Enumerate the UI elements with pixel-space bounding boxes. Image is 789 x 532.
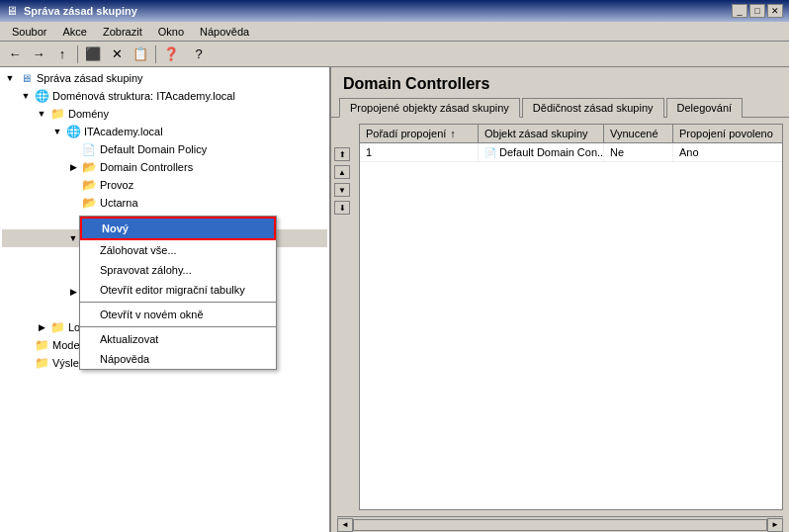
tree-item-domain-structure[interactable]: ▼ 🌐 Doménová struktura: ITAcademy.local xyxy=(2,87,327,105)
link-enabled-value: Ano xyxy=(679,146,699,158)
move-top-button[interactable]: ⬆ xyxy=(334,147,350,161)
label-provoz: Provoz xyxy=(100,179,133,191)
tree-item-provoz[interactable]: ▶ 📂 Provoz xyxy=(2,176,327,194)
expander-lokality[interactable]: ▶ xyxy=(34,319,49,335)
context-menu-item-open-new-window[interactable]: Otevřít v novém okně xyxy=(80,305,276,324)
move-down-button[interactable]: ▼ xyxy=(334,183,350,197)
panel-title: Domain Controllers xyxy=(331,67,789,97)
move-bottom-button[interactable]: ⬇ xyxy=(334,201,350,215)
label-root: Správa zásad skupiny xyxy=(37,72,143,84)
label-domain-controllers: Domain Controllers xyxy=(100,161,193,173)
tree-item-root[interactable]: ▼ 🖥 Správa zásad skupiny xyxy=(2,69,327,87)
context-menu-item-new[interactable]: Nový xyxy=(80,217,276,240)
move-up-button[interactable]: ▲ xyxy=(334,165,350,179)
expander-root[interactable]: ▼ xyxy=(2,70,18,86)
window-title: Správa zásad skupiny xyxy=(24,5,137,17)
context-menu-open-window-label: Otevřít v novém okně xyxy=(100,309,204,320)
help2-button[interactable]: ? xyxy=(184,44,214,65)
label-domain-structure: Doménová struktura: ITAcademy.local xyxy=(52,90,235,102)
header-gpo[interactable]: Objekt zásad skupiny xyxy=(479,125,604,142)
window-controls: _ □ ✕ xyxy=(732,4,783,18)
close-button[interactable]: ✕ xyxy=(767,4,783,18)
expander-ddp: ▶ xyxy=(65,141,81,157)
header-order[interactable]: Pořadí propojení ↑ xyxy=(360,125,479,142)
scroll-right-button[interactable]: ► xyxy=(767,518,783,532)
icon-default-domain-policy: 📄 xyxy=(81,141,97,157)
context-menu-refresh-label: Aktualizovat xyxy=(100,333,158,345)
title-bar: 🖥 Správa zásad skupiny _ □ ✕ xyxy=(0,0,789,22)
context-menu-migration-label: Otevřít editor migrační tabulky xyxy=(100,284,245,296)
menu-help[interactable]: Nápověda xyxy=(192,24,257,40)
context-menu-backup-all-label: Zálohovat vše... xyxy=(100,244,177,256)
table-body: 1 📄 Default Domain Con... Ne Ano xyxy=(360,143,782,509)
icon-uctarna: 📂 xyxy=(81,195,97,211)
tree-item-default-domain-policy[interactable]: ▶ 📄 Default Domain Policy xyxy=(2,140,327,158)
expander-domeny[interactable]: ▼ xyxy=(34,106,49,122)
tabs-bar: Propojené objekty zásad skupiny Dědičnos… xyxy=(331,97,789,118)
expander-vysledky: ▶ xyxy=(18,355,34,371)
menu-window[interactable]: Okno xyxy=(150,24,192,40)
tree-item-domeny[interactable]: ▼ 📁 Domény xyxy=(2,105,327,123)
gpo-icon: 📄 xyxy=(484,147,496,158)
gpo-value: Default Domain Con... xyxy=(499,146,604,158)
expander-itacademy[interactable]: ▼ xyxy=(49,124,65,139)
up-button[interactable]: ↑ xyxy=(51,44,73,65)
context-menu-separator-1 xyxy=(80,302,276,303)
tab-content: ⬆ ▲ ▼ ⬇ Pořadí propojení ↑ Objekt zásad … xyxy=(331,118,789,532)
tab-inheritance[interactable]: Dědičnost zásad skupiny xyxy=(522,98,664,118)
tree-item-uctarna[interactable]: ▶ 📂 Uctarna xyxy=(2,194,327,212)
header-forced[interactable]: Vynucené xyxy=(604,125,673,142)
horizontal-scrollbar-area: ◄ ► xyxy=(337,516,783,532)
context-menu: Nový Zálohovat vše... Spravovat zálohy..… xyxy=(79,216,277,370)
back-button[interactable]: ← xyxy=(4,44,26,65)
context-menu-item-refresh[interactable]: Aktualizovat xyxy=(80,329,276,349)
context-menu-item-manage-backups[interactable]: Spravovat zálohy... xyxy=(80,260,276,280)
header-gpo-label: Objekt zásad skupiny xyxy=(484,128,588,139)
horizontal-scrollbar[interactable] xyxy=(353,519,767,531)
label-uctarna: Uctarna xyxy=(100,197,138,209)
context-menu-help-label: Nápověda xyxy=(100,353,149,365)
context-menu-manage-backups-label: Spravovat zálohy... xyxy=(100,264,192,276)
help-button[interactable]: ❓ xyxy=(160,44,182,65)
cell-forced: Ne xyxy=(604,143,673,161)
icon-domeny: 📁 xyxy=(49,106,65,122)
icon-root: 🖥 xyxy=(18,70,34,86)
context-menu-item-backup-all[interactable]: Zálohovat vše... xyxy=(80,240,276,260)
tab-delegation[interactable]: Delegování xyxy=(666,98,744,118)
header-order-label: Pořadí propojení xyxy=(366,128,446,139)
right-panel: Domain Controllers Propojené objekty zás… xyxy=(331,67,789,532)
tree-item-domain-controllers[interactable]: ▶ 📂 Domain Controllers xyxy=(2,158,327,176)
menu-view[interactable]: Zobrazit xyxy=(95,24,150,40)
show-hide-button[interactable]: ⬛ xyxy=(82,44,104,65)
sort-icon: ↑ xyxy=(450,128,456,139)
minimize-button[interactable]: _ xyxy=(732,4,747,18)
expander-dc[interactable]: ▶ xyxy=(65,159,81,175)
header-forced-label: Vynucené xyxy=(610,128,658,139)
icon-modelovani: 📁 xyxy=(34,337,49,353)
icon-lokality: 📁 xyxy=(49,319,65,335)
context-menu-item-help[interactable]: Nápověda xyxy=(80,349,276,369)
context-menu-item-migration-table[interactable]: Otevřít editor migrační tabulky xyxy=(80,280,276,300)
expander-domain-structure[interactable]: ▼ xyxy=(18,88,34,104)
properties-button[interactable]: 📋 xyxy=(130,44,151,65)
toolbar-separator-2 xyxy=(155,45,156,63)
tab-linked-gpos[interactable]: Propojené objekty zásad skupiny xyxy=(339,98,520,118)
toolbar-separator-1 xyxy=(77,45,78,63)
forced-value: Ne xyxy=(610,146,624,158)
header-link-enabled[interactable]: Propojení povoleno xyxy=(673,125,782,142)
delete-button[interactable]: ✕ xyxy=(106,44,128,65)
menu-bar: Soubor Akce Zobrazit Okno Nápověda xyxy=(0,22,789,42)
menu-file[interactable]: Soubor xyxy=(4,24,54,40)
tree-item-itacademy[interactable]: ▼ 🌐 ITAcademy.local xyxy=(2,123,327,140)
scroll-left-button[interactable]: ◄ xyxy=(337,518,353,532)
forward-button[interactable]: → xyxy=(28,44,49,65)
order-value: 1 xyxy=(366,146,372,158)
restore-button[interactable]: □ xyxy=(749,4,765,18)
menu-action[interactable]: Akce xyxy=(54,24,94,40)
arrow-column: ⬆ ▲ ▼ ⬇ xyxy=(331,118,353,516)
icon-vysledky: 📁 xyxy=(34,355,49,371)
cell-link-enabled: Ano xyxy=(673,143,782,161)
label-domeny: Domény xyxy=(68,108,109,120)
table-row[interactable]: 1 📄 Default Domain Con... Ne Ano xyxy=(360,143,782,162)
icon-itacademy: 🌐 xyxy=(65,124,81,139)
